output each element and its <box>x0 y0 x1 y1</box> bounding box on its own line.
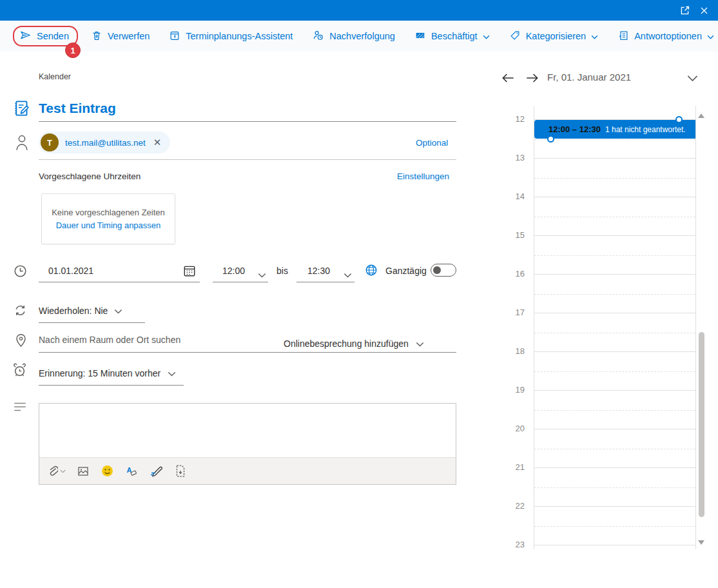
attendee-email: test.mail@utilitas.net <box>65 138 146 148</box>
categorize-label: Kategorisieren <box>526 31 587 41</box>
online-meeting-label: Onlinebesprechung hinzufügen <box>284 338 409 349</box>
date-underline <box>39 282 200 282</box>
hour-slot[interactable] <box>534 235 695 274</box>
clock-icon <box>13 264 28 281</box>
start-time-underline <box>213 282 268 282</box>
scheduling-assistant-button[interactable]: Terminplanungs-Assistent <box>169 30 293 43</box>
adjust-duration-link[interactable]: Dauer und Timing anpassen <box>56 220 161 230</box>
editor-toolbar: A <box>39 457 456 484</box>
location-pin-icon <box>14 333 28 352</box>
reminder-label: Erinnerung: 15 Minuten vorher <box>39 368 160 378</box>
start-time-dropdown[interactable]: 12:00 <box>222 266 245 276</box>
categorize-dropdown[interactable]: Kategorisieren <box>509 30 599 43</box>
hour-label: 12 <box>507 114 525 124</box>
hour-label: 14 <box>507 191 525 201</box>
response-options-label: Antwortoptionen <box>634 31 702 41</box>
scrollbar-thumb[interactable] <box>699 332 704 517</box>
hour-label: 22 <box>507 501 525 511</box>
hour-slot[interactable] <box>534 506 695 545</box>
attendee-chip[interactable]: T test.mail@utilitas.net ✕ <box>39 132 170 153</box>
chevron-down-icon[interactable] <box>344 269 352 280</box>
hour-slot[interactable] <box>534 545 695 549</box>
hour-label: 17 <box>507 308 525 317</box>
allday-toggle[interactable] <box>431 264 456 277</box>
event-edit-icon <box>12 99 32 121</box>
hour-label: 21 <box>507 462 525 472</box>
suggested-times-heading: Vorgeschlagene Uhrzeiten <box>39 172 141 181</box>
optional-attendees-link[interactable]: Optional <box>416 138 448 148</box>
follow-up-icon <box>312 29 324 43</box>
draw-pen-button[interactable] <box>150 465 164 478</box>
online-meeting-dropdown[interactable]: Onlinebesprechung hinzufügen <box>284 338 424 349</box>
attach-button[interactable] <box>48 465 66 478</box>
close-icon[interactable] <box>699 6 709 15</box>
hour-slot[interactable] <box>534 390 695 429</box>
chevron-down-icon <box>416 338 424 349</box>
body-text-area[interactable] <box>39 404 456 457</box>
repeat-underline <box>39 322 145 323</box>
popout-icon[interactable] <box>679 5 690 16</box>
day-picker-chevron-icon[interactable] <box>687 73 698 84</box>
send-icon <box>19 29 32 43</box>
repeat-icon <box>13 303 28 320</box>
scrollbar-down-arrow[interactable] <box>698 540 704 545</box>
hour-slot[interactable] <box>534 274 695 313</box>
response-options-dropdown[interactable]: Antwortoptionen <box>617 30 714 43</box>
date-picker-calendar-icon[interactable] <box>182 264 197 280</box>
timezone-globe-icon[interactable] <box>364 263 378 280</box>
description-lines-icon <box>13 401 27 415</box>
event-title-input[interactable]: Test Eintrag <box>39 101 116 116</box>
scheduling-assistant-icon <box>169 30 180 43</box>
hour-slot[interactable] <box>534 313 695 351</box>
title-underline <box>39 121 456 122</box>
next-day-arrow[interactable] <box>525 71 540 88</box>
insert-image-button[interactable] <box>77 465 90 478</box>
attendee-underline <box>39 159 456 160</box>
date-input[interactable]: 01.01.2021 <box>48 266 93 276</box>
remove-attendee-icon[interactable]: ✕ <box>152 137 163 148</box>
scrollbar-up-arrow[interactable] <box>698 113 704 118</box>
previous-day-arrow[interactable] <box>500 71 516 88</box>
repeat-dropdown[interactable]: Wiederholen: Nie <box>39 306 122 316</box>
clear-formatting-button[interactable]: A <box>125 465 139 478</box>
calendar-name-label: Kalender <box>39 72 71 81</box>
event-response-status: 1 hat nicht geantwortet. <box>605 125 686 134</box>
discard-button[interactable]: Verwerfen <box>91 30 150 43</box>
hour-slot[interactable] <box>534 158 695 197</box>
busy-label: Beschäftigt <box>431 31 478 41</box>
window-titlebar <box>0 0 718 21</box>
chevron-down-icon[interactable] <box>258 269 266 280</box>
hour-slot[interactable] <box>534 351 695 390</box>
resize-handle-top[interactable] <box>675 116 683 123</box>
follow-up-button[interactable]: Nachverfolgung <box>312 29 395 43</box>
day-view-grid[interactable]: 12:00 – 12:30 1 hat nicht geantwortet. <box>534 106 696 549</box>
trash-icon <box>91 30 102 43</box>
insert-document-button[interactable] <box>175 464 186 478</box>
hour-slot[interactable] <box>534 429 695 467</box>
reminder-underline <box>39 385 184 386</box>
body-editor: A <box>39 403 456 485</box>
chevron-down-icon <box>114 306 122 316</box>
show-as-busy-dropdown[interactable]: Beschäftigt <box>414 30 490 43</box>
follow-up-label: Nachverfolgung <box>329 31 395 41</box>
emoji-button[interactable] <box>101 464 114 478</box>
reminder-dropdown[interactable]: Erinnerung: 15 Minuten vorher <box>39 368 176 378</box>
send-button[interactable]: Senden <box>19 29 69 43</box>
busy-icon <box>414 30 426 43</box>
categorize-tag-icon <box>509 30 521 43</box>
discard-label: Verwerfen <box>108 31 150 41</box>
calendar-event-block[interactable]: 12:00 – 12:30 1 hat nicht geantwortet. <box>534 120 696 139</box>
event-time-range: 12:00 – 12:30 <box>548 124 601 134</box>
end-time-underline <box>296 282 354 282</box>
hour-label: 15 <box>507 230 525 240</box>
time-separator-label: bis <box>277 266 288 276</box>
suggestions-settings-link[interactable]: Einstellungen <box>397 172 449 181</box>
toggle-knob <box>433 266 441 274</box>
hour-label: 19 <box>507 385 525 395</box>
response-options-icon <box>617 30 629 43</box>
resize-handle-bottom[interactable] <box>547 135 554 142</box>
hour-slot[interactable] <box>534 467 695 506</box>
end-time-dropdown[interactable]: 12:30 <box>307 266 330 276</box>
location-search-input[interactable]: Nach einem Raum oder Ort suchen <box>39 335 180 345</box>
hour-slot[interactable] <box>534 197 695 235</box>
